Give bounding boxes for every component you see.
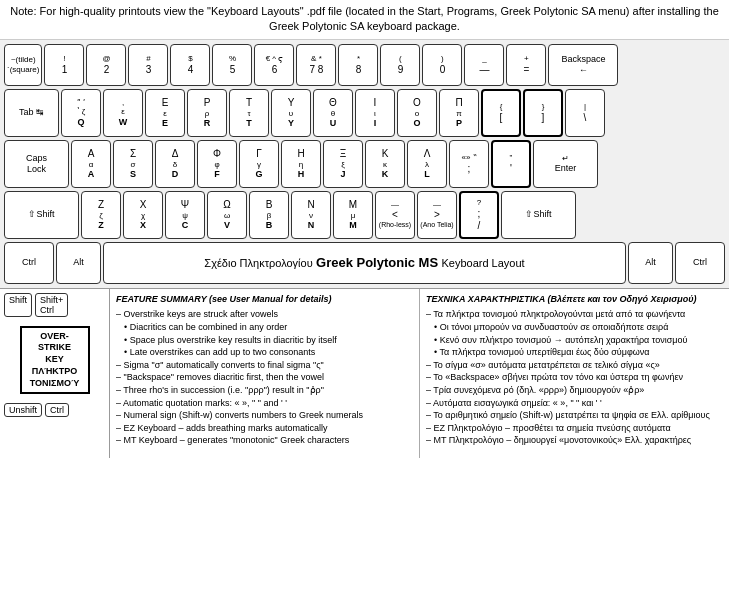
key-e[interactable]: Ε ε E bbox=[145, 89, 185, 137]
key-b[interactable]: Β β B bbox=[249, 191, 289, 239]
key-backtick[interactable]: ~(tilde) `(square) bbox=[4, 44, 42, 86]
key-backslash[interactable]: | \ bbox=[565, 89, 605, 137]
key-p[interactable]: Π π P bbox=[439, 89, 479, 137]
key-ctrl-left[interactable]: Ctrl bbox=[4, 242, 54, 284]
key-quote[interactable]: " ' bbox=[491, 140, 531, 188]
feature-item-6: – Numeral sign (Shift-w) converts number… bbox=[116, 409, 413, 422]
key-d[interactable]: Δ δ D bbox=[155, 140, 195, 188]
key-6[interactable]: € ^ ϛ 6 bbox=[254, 44, 294, 86]
note-bar: Note: For high-quality printouts view th… bbox=[0, 0, 729, 40]
zxcv-row: ⇧Shift Ζ ζ Z Χ χ X Ψ ψ C Ω ω V Β β bbox=[4, 191, 725, 239]
feature-item-1: – Overstrike keys are struck after vowel… bbox=[116, 308, 413, 321]
key-w[interactable]: , ε W bbox=[103, 89, 143, 137]
key-tab[interactable]: Tab ↹ bbox=[4, 89, 59, 137]
key-m[interactable]: Μ μ M bbox=[333, 191, 373, 239]
key-equals[interactable]: + = bbox=[506, 44, 546, 86]
key-7[interactable]: & * 7 8 bbox=[296, 44, 336, 86]
key-v[interactable]: Ω ω V bbox=[207, 191, 247, 239]
key-l[interactable]: Λ λ L bbox=[407, 140, 447, 188]
key-caps-lock[interactable]: Caps Lock bbox=[4, 140, 69, 188]
key-shift-left[interactable]: ⇧Shift bbox=[4, 191, 79, 239]
bottom-section: Shift Shift+Ctrl OVER- STRIKE KEY ΠΛΉΚΤΡ… bbox=[0, 288, 729, 458]
feature-item-5: – Automatic quotation marks: « », " " an… bbox=[116, 397, 413, 410]
key-u[interactable]: Θ θ U bbox=[313, 89, 353, 137]
key-i[interactable]: Ι ι I bbox=[355, 89, 395, 137]
number-row: ~(tilde) `(square) ! 1 @ 2 # 3 $ 4 % 5 €… bbox=[4, 44, 725, 86]
key-1[interactable]: ! 1 bbox=[44, 44, 84, 86]
key-comma[interactable]: — < (Rho-less) bbox=[375, 191, 415, 239]
layout-keyboard-label: Keyboard Layout bbox=[441, 257, 524, 269]
tech-item-7: – EZ Πληκτρολόγιο – προσθέτει τα σημεία … bbox=[426, 422, 723, 435]
key-s[interactable]: Σ σ S bbox=[113, 140, 153, 188]
key-9[interactable]: ( 9 bbox=[380, 44, 420, 86]
overstrike-line2: STRIKE bbox=[26, 342, 84, 354]
key-shift-right[interactable]: ⇧Shift bbox=[501, 191, 576, 239]
tech-item-1c: • Τα πλήκτρα τονισμού υπερτίθεμαι έως δύ… bbox=[434, 346, 723, 359]
feature-item-2: – Sigma "σ" automatically converts to fi… bbox=[116, 359, 413, 372]
feature-item-4: – Three rho's in succession (i.e. "ρρρ")… bbox=[116, 384, 413, 397]
key-o[interactable]: Ο ο O bbox=[397, 89, 437, 137]
key-2[interactable]: @ 2 bbox=[86, 44, 126, 86]
key-enter[interactable]: ↵ Enter bbox=[533, 140, 598, 188]
key-g[interactable]: Γ γ G bbox=[239, 140, 279, 188]
keyboard-diagram: ~(tilde) `(square) ! 1 @ 2 # 3 $ 4 % 5 €… bbox=[0, 40, 729, 288]
key-slash[interactable]: ? ; / bbox=[459, 191, 499, 239]
key-minus[interactable]: _ — bbox=[464, 44, 504, 86]
qwerty-row: Tab ↹ ʺ ʹ ʽ ζ Q , ε W Ε ε E Ρ ρ R Τ τ bbox=[4, 89, 725, 137]
key-bracket-open[interactable]: { [ bbox=[481, 89, 521, 137]
key-y[interactable]: Υ υ Y bbox=[271, 89, 311, 137]
key-0[interactable]: ) 0 bbox=[422, 44, 462, 86]
tech-item-4: – Τρία συνεχόμενα ρό (δηλ. «ρρρ») δημιου… bbox=[426, 384, 723, 397]
layout-greek-label: Σχέδιο Πληκτρολογίου bbox=[204, 257, 312, 269]
key-c[interactable]: Ψ ψ C bbox=[165, 191, 205, 239]
key-backspace[interactable]: Backspace ← bbox=[548, 44, 618, 86]
key-x[interactable]: Χ χ X bbox=[123, 191, 163, 239]
overstrike-key-box: OVER- STRIKE KEY ΠΛΉΚΤΡΟ ΤΟΝΙΣΜΟΎ bbox=[20, 326, 90, 394]
key-semicolon[interactable]: «» ‟ ; bbox=[449, 140, 489, 188]
key-a[interactable]: Α α A bbox=[71, 140, 111, 188]
tech-item-1: – Τα πλήκτρα τονισμού πληκτρολογούνται μ… bbox=[426, 308, 723, 321]
left-controls-panel: Shift Shift+Ctrl OVER- STRIKE KEY ΠΛΉΚΤΡ… bbox=[0, 289, 110, 458]
key-bracket-close[interactable]: } ] bbox=[523, 89, 563, 137]
overstrike-line4: ΠΛΉΚΤΡΟ bbox=[26, 366, 84, 378]
note-text: Note: For high-quality printouts view th… bbox=[10, 5, 719, 32]
key-k[interactable]: Κ κ K bbox=[365, 140, 405, 188]
key-f[interactable]: Φ φ F bbox=[197, 140, 237, 188]
overstrike-line1: OVER- bbox=[26, 331, 84, 343]
key-8[interactable]: * 8 bbox=[338, 44, 378, 86]
tech-item-5: – Αυτόματα εισαγωγικά σημεία: « », " " κ… bbox=[426, 397, 723, 410]
tech-item-2: – Το σίγμα «σ» αυτόματα μετατρέπεται σε … bbox=[426, 359, 723, 372]
key-z[interactable]: Ζ ζ Z bbox=[81, 191, 121, 239]
shift-ctrl-key-label: Shift+Ctrl bbox=[35, 293, 68, 317]
key-j[interactable]: Ξ ξ J bbox=[323, 140, 363, 188]
ctrl-key-label: Ctrl bbox=[45, 403, 69, 417]
feature-item-1a: • Diacritics can be combined in any orde… bbox=[124, 321, 413, 334]
feature-item-1b: • Space plus overstrike key results in d… bbox=[124, 334, 413, 347]
technical-features-title: ΤΕΧΝΙΚΑ ΧΑΡΑΚΤΗΡΙΣΤΙΚΑ (Βλέπετε και τον … bbox=[426, 293, 723, 306]
key-alt-left[interactable]: Alt bbox=[56, 242, 101, 284]
key-5[interactable]: % 5 bbox=[212, 44, 252, 86]
key-q[interactable]: ʺ ʹ ʽ ζ Q bbox=[61, 89, 101, 137]
feature-summary-title: FEATURE SUMMARY (see User Manual for det… bbox=[116, 293, 413, 306]
tech-item-6: – Το αριθμητικό σημείο (Shift-w) μετατρέ… bbox=[426, 409, 723, 422]
key-t[interactable]: Τ τ T bbox=[229, 89, 269, 137]
bottom-row: Ctrl Alt Σχέδιο Πληκτρολογίου Greek Poly… bbox=[4, 242, 725, 284]
feature-item-3: – "Backspace" removes diacritic first, t… bbox=[116, 371, 413, 384]
key-n[interactable]: Ν ν N bbox=[291, 191, 331, 239]
layout-english-label: Greek Polytonic MS bbox=[316, 255, 438, 270]
key-4[interactable]: $ 4 bbox=[170, 44, 210, 86]
feature-summary-panel: FEATURE SUMMARY (see User Manual for det… bbox=[110, 289, 420, 458]
technical-features-panel: ΤΕΧΝΙΚΑ ΧΑΡΑΚΤΗΡΙΣΤΙΚΑ (Βλέπετε και τον … bbox=[420, 289, 729, 458]
key-h[interactable]: Η η H bbox=[281, 140, 321, 188]
key-period[interactable]: — > (Ano Telia) bbox=[417, 191, 457, 239]
key-r[interactable]: Ρ ρ R bbox=[187, 89, 227, 137]
overstrike-line3: KEY bbox=[26, 354, 84, 366]
key-ctrl-right[interactable]: Ctrl bbox=[675, 242, 725, 284]
key-alt-right[interactable]: Alt bbox=[628, 242, 673, 284]
feature-item-7: – EZ Keyboard – adds breathing marks aut… bbox=[116, 422, 413, 435]
key-space-layoutlabel[interactable]: Σχέδιο Πληκτρολογίου Greek Polytonic MS … bbox=[103, 242, 626, 284]
tech-item-1b: • Κενό συν πλήκτρο τονισμού → αυτόπελη χ… bbox=[434, 334, 723, 347]
shift-key-label: Shift bbox=[4, 293, 32, 317]
key-3[interactable]: # 3 bbox=[128, 44, 168, 86]
overstrike-line5: ΤΟΝΙΣΜΟΎ bbox=[26, 378, 84, 390]
